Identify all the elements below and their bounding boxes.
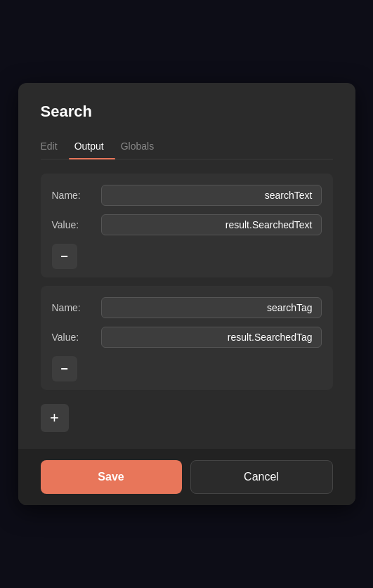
remove-button-2[interactable]: − — [52, 356, 77, 381]
name-input-1[interactable] — [101, 185, 322, 206]
dialog-footer: Save Cancel — [18, 449, 355, 505]
output-card-2: Name: Value: − — [41, 286, 333, 390]
value-label-2: Value: — [52, 332, 101, 343]
name-input-2[interactable] — [101, 297, 322, 318]
overlay: Search Edit Output Globals Name: Value: — [0, 0, 373, 588]
save-button[interactable]: Save — [41, 460, 182, 494]
tab-output[interactable]: Output — [69, 135, 115, 159]
dialog-title: Search — [41, 103, 333, 121]
tab-bar: Edit Output Globals — [41, 135, 333, 159]
name-row-1: Name: — [52, 185, 322, 206]
value-row-1: Value: — [52, 214, 322, 235]
name-label-1: Name: — [52, 190, 101, 201]
output-section: Name: Value: − Name: — [41, 174, 333, 432]
value-label-1: Value: — [52, 219, 101, 230]
dialog: Search Edit Output Globals Name: Value: — [18, 83, 355, 505]
output-card-1: Name: Value: − — [41, 174, 333, 277]
value-row-2: Value: — [52, 327, 322, 348]
name-row-2: Name: — [52, 297, 322, 318]
add-button[interactable]: + — [41, 404, 69, 432]
value-input-2[interactable] — [101, 327, 322, 348]
tab-globals[interactable]: Globals — [115, 135, 165, 159]
value-input-1[interactable] — [101, 214, 322, 235]
cancel-button[interactable]: Cancel — [190, 460, 333, 494]
remove-button-1[interactable]: − — [52, 244, 77, 269]
name-label-2: Name: — [52, 302, 101, 313]
dialog-body: Search Edit Output Globals Name: Value: — [18, 83, 355, 449]
tab-edit[interactable]: Edit — [41, 135, 69, 159]
